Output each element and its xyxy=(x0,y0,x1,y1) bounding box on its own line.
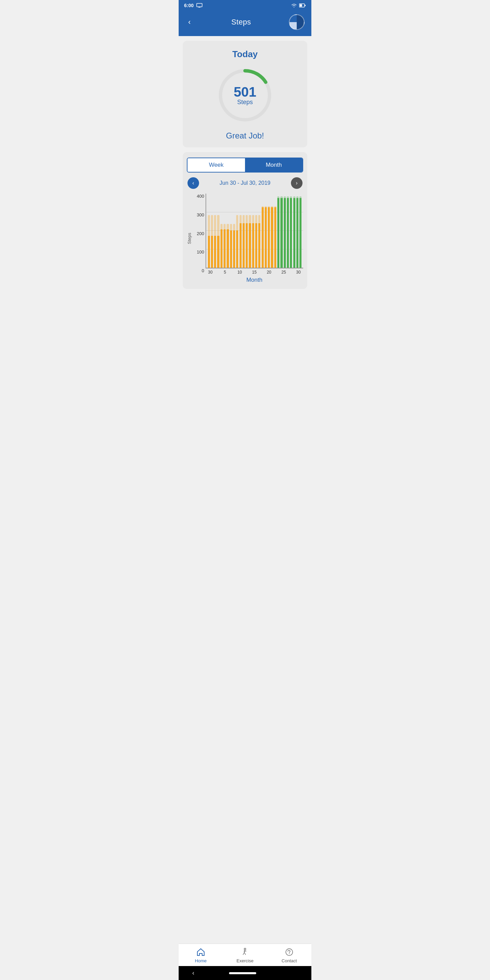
bar-wrapper xyxy=(296,196,298,268)
steps-ring: 501 Steps xyxy=(216,66,274,124)
y-axis-labels: 400 300 200 100 0 xyxy=(194,194,204,283)
prev-period-button[interactable]: ‹ xyxy=(188,177,199,189)
bar-wrapper xyxy=(239,196,242,268)
x-label-5: 5 xyxy=(221,270,228,275)
bar-fill xyxy=(296,198,298,268)
bar-wrapper xyxy=(274,196,276,268)
x-label-30b: 30 xyxy=(295,270,302,275)
x-axis-labels: 30 5 10 15 20 25 30 xyxy=(205,269,303,275)
nav-home-label: Home xyxy=(195,958,207,963)
today-title: Today xyxy=(232,49,258,60)
bar-fill xyxy=(252,223,254,268)
x-label-15: 15 xyxy=(251,270,258,275)
week-toggle-button[interactable]: Week xyxy=(188,158,245,172)
chart-inner: 30 5 10 15 20 25 30 Month xyxy=(205,194,303,283)
bar-wrapper xyxy=(255,196,257,268)
x-label-25: 25 xyxy=(280,270,287,275)
date-nav: ‹ Jun 30 - Jul 30, 2019 › xyxy=(187,177,303,189)
bar-fill xyxy=(280,198,282,268)
nav-exercise[interactable]: Exercise xyxy=(223,947,267,963)
bar-group xyxy=(290,196,292,268)
bar-fill xyxy=(268,207,270,268)
bar-fill xyxy=(258,223,260,268)
svg-rect-3 xyxy=(300,5,302,7)
bar-cap xyxy=(255,215,257,223)
x-axis-title: Month xyxy=(205,277,303,283)
svg-point-13 xyxy=(289,953,290,954)
bar-fill xyxy=(217,236,219,268)
svg-rect-1 xyxy=(198,7,200,8)
bar-fill xyxy=(224,229,226,268)
svg-point-12 xyxy=(286,949,293,956)
bar-cap xyxy=(230,224,232,230)
bar-wrapper xyxy=(261,196,264,268)
bars-container xyxy=(205,194,303,269)
bar-group xyxy=(252,196,254,268)
nav-exercise-label: Exercise xyxy=(237,958,253,963)
bar-wrapper xyxy=(264,196,267,268)
bar-wrapper xyxy=(223,196,226,268)
date-range-label: Jun 30 - Jul 30, 2019 xyxy=(220,180,270,186)
nav-home[interactable]: Home xyxy=(179,947,223,963)
header: ‹ Steps xyxy=(179,11,311,36)
bar-cap xyxy=(208,215,210,235)
bar-fill xyxy=(240,223,242,268)
bar-cap xyxy=(252,215,254,223)
bar-fill xyxy=(246,223,248,268)
nav-contact[interactable]: Contact xyxy=(267,947,311,963)
home-icon xyxy=(196,947,205,957)
chart-card: Week Month ‹ Jun 30 - Jul 30, 2019 › Ste… xyxy=(183,152,307,289)
bar-cap xyxy=(217,215,219,235)
bar-fill xyxy=(221,229,223,268)
month-toggle-button[interactable]: Month xyxy=(245,158,302,172)
bar-fill xyxy=(284,198,286,268)
system-back[interactable]: ‹ xyxy=(192,969,194,977)
bar-wrapper xyxy=(246,196,248,268)
bar-cap xyxy=(224,224,226,229)
bar-wrapper xyxy=(283,196,286,268)
next-period-button[interactable]: › xyxy=(291,177,302,189)
bar-cap xyxy=(293,196,295,198)
bar-group xyxy=(277,196,280,268)
bar-cap xyxy=(277,196,279,198)
bar-group xyxy=(217,196,220,268)
bar-cap xyxy=(236,215,238,231)
bar-group xyxy=(293,196,295,268)
main-content: Today 501 Steps Great Job! Week Month ‹ … xyxy=(179,36,311,943)
system-bar: ‹ xyxy=(179,966,311,980)
y-label-200: 200 xyxy=(197,231,204,236)
svg-rect-0 xyxy=(197,3,202,7)
bar-group xyxy=(268,196,270,268)
contact-icon xyxy=(285,947,294,957)
home-pill[interactable] xyxy=(229,972,256,974)
ring-text: 501 Steps xyxy=(234,85,256,106)
bar-fill xyxy=(249,223,251,268)
back-button[interactable]: ‹ xyxy=(185,16,193,28)
y-label-0: 0 xyxy=(202,268,204,273)
bar-fill xyxy=(271,207,273,268)
bottom-nav: Home Exercise Contact xyxy=(179,943,311,966)
bar-wrapper xyxy=(286,196,289,268)
svg-line-10 xyxy=(244,953,246,955)
bar-group xyxy=(249,196,251,268)
bar-fill xyxy=(265,207,267,268)
battery-icon xyxy=(299,3,306,8)
bar-wrapper xyxy=(217,196,220,268)
bar-cap xyxy=(284,196,286,198)
page-title: Steps xyxy=(231,18,251,27)
period-toggle[interactable]: Week Month xyxy=(187,158,303,172)
bar-group xyxy=(230,196,232,268)
bar-group xyxy=(255,196,257,268)
bar-group xyxy=(236,196,239,268)
bar-group xyxy=(223,196,226,268)
user-avatar[interactable] xyxy=(289,14,305,30)
bar-cap xyxy=(221,224,223,229)
bar-group xyxy=(296,196,298,268)
bar-wrapper xyxy=(230,196,232,268)
bar-wrapper xyxy=(249,196,251,268)
bar-cap xyxy=(227,224,229,229)
bar-fill xyxy=(211,236,213,268)
bar-cap xyxy=(249,215,251,223)
bar-fill xyxy=(293,198,295,268)
bar-cap xyxy=(296,196,298,198)
